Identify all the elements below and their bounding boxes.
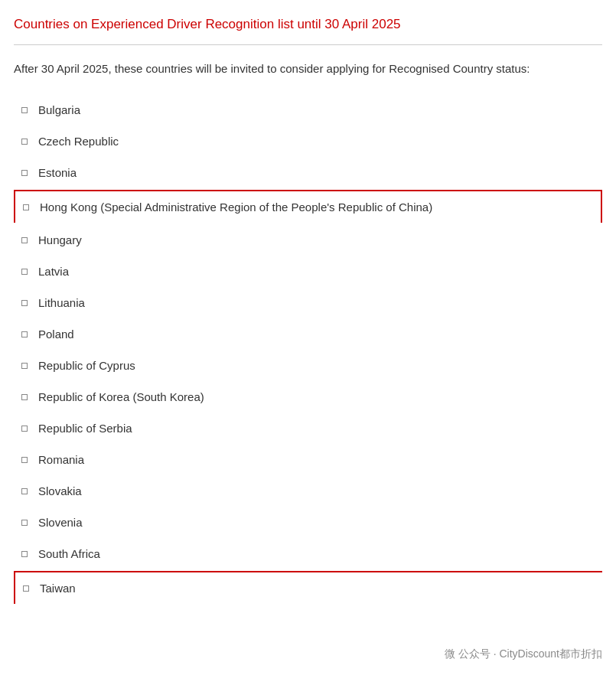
country-name: Republic of Serbia [38, 420, 132, 436]
country-name: Slovakia [38, 483, 82, 499]
country-name: Hungary [38, 232, 82, 248]
watermark: 微 公众号 · CityDiscount都市折扣 [445, 647, 602, 661]
list-bullet [21, 520, 28, 526]
list-bullet [23, 585, 29, 592]
list-bullet [21, 488, 28, 494]
country-name: Republic of Korea (South Korea) [38, 389, 204, 405]
list-item: Romania [14, 444, 602, 475]
list-item: Republic of Korea (South Korea) [14, 381, 602, 412]
country-name: Romania [38, 452, 84, 468]
list-bullet [21, 426, 28, 432]
divider [14, 44, 602, 45]
list-bullet [21, 457, 28, 463]
country-name: Estonia [38, 165, 77, 181]
list-bullet [21, 331, 28, 338]
list-bullet [21, 363, 28, 369]
list-bullet [21, 237, 28, 243]
list-bullet [21, 139, 28, 145]
list-item: South Africa [14, 538, 602, 569]
list-bullet [21, 551, 28, 557]
list-item: Taiwan [14, 571, 602, 604]
list-item: Czech Republic [14, 126, 602, 157]
country-name: Lithuania [38, 295, 85, 311]
list-item: Hungary [14, 224, 602, 256]
list-item: Poland [14, 318, 602, 350]
list-bullet [21, 300, 28, 306]
list-bullet [21, 394, 28, 400]
list-item: Republic of Cyprus [14, 350, 602, 381]
list-bullet [21, 170, 28, 176]
country-name: Czech Republic [38, 133, 119, 149]
list-bullet [23, 204, 29, 210]
list-item: Republic of Serbia [14, 412, 602, 444]
country-list: BulgariaCzech RepublicEstoniaHong Kong (… [14, 94, 602, 604]
page-title: Countries on Experienced Driver Recognit… [14, 15, 602, 34]
list-item: Bulgaria [14, 94, 602, 126]
list-bullet [21, 107, 28, 113]
country-name: Bulgaria [38, 102, 80, 118]
country-name: South Africa [38, 546, 100, 562]
country-name: Republic of Cyprus [38, 357, 135, 373]
country-name: Poland [38, 326, 74, 342]
list-item: Estonia [14, 157, 602, 188]
list-item: Lithuania [14, 287, 602, 318]
list-item: Slovenia [14, 507, 602, 538]
list-item: Hong Kong (Special Administrative Region… [14, 190, 602, 223]
intro-text: After 30 April 2025, these countries wil… [14, 60, 602, 78]
list-item: Latvia [14, 256, 602, 287]
country-name: Hong Kong (Special Administrative Region… [40, 199, 432, 215]
country-name: Taiwan [40, 580, 76, 596]
country-name: Slovenia [38, 514, 83, 530]
page-wrapper: Countries on Experienced Driver Recognit… [0, 0, 616, 604]
list-bullet [21, 269, 28, 275]
country-name: Latvia [38, 263, 69, 279]
list-item: Slovakia [14, 475, 602, 507]
